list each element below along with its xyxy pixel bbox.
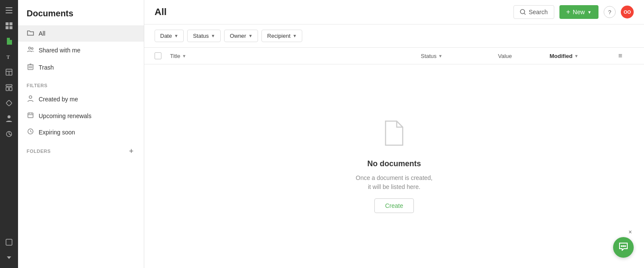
svg-point-21 — [31, 48, 33, 49]
date-chevron-icon: ▼ — [174, 34, 178, 38]
clock-icon — [27, 128, 34, 136]
svg-point-27 — [29, 96, 32, 98]
rail-icon-diamond[interactable] — [2, 96, 16, 110]
folders-label: FOLDERS — [27, 149, 51, 154]
folders-section: FOLDERS + — [18, 140, 144, 158]
rail-icon-person[interactable] — [2, 112, 16, 125]
col-modified-header[interactable]: Modified ▼ — [550, 53, 618, 59]
col-value-header: Value — [498, 53, 550, 59]
created-by-me-icon — [27, 95, 34, 104]
status-filter-button[interactable]: Status ▼ — [187, 30, 221, 42]
svg-line-36 — [524, 13, 526, 15]
svg-point-15 — [8, 116, 11, 119]
search-button[interactable]: Search — [513, 5, 554, 19]
empty-title: No documents — [367, 159, 421, 168]
recipient-filter-button[interactable]: Recipient ▼ — [261, 30, 302, 42]
select-all-checkbox[interactable] — [155, 52, 161, 59]
owner-filter-label: Owner — [230, 33, 246, 39]
trash-icon — [27, 63, 34, 72]
table-header: Title ▼ Status ▼ Value Modified ▼ ≡ — [144, 48, 644, 64]
col-modified-label: Modified — [550, 53, 572, 59]
new-icon: + — [566, 9, 570, 15]
sidebar-item-all-label: All — [39, 30, 46, 37]
top-bar: All Search + New ▼ ? OO — [144, 0, 644, 24]
owner-filter-button[interactable]: Owner ▼ — [224, 30, 258, 42]
chat-bubble-button[interactable] — [613, 237, 634, 258]
status-sort-icon: ▼ — [438, 54, 443, 58]
rail-icon-scroll-down[interactable] — [2, 251, 16, 265]
svg-rect-13 — [9, 87, 12, 91]
new-button[interactable]: + New ▼ — [559, 5, 598, 19]
sidebar-filter-created-by-me[interactable]: Created by me — [18, 91, 144, 108]
new-label: New — [573, 9, 585, 15]
folder-icon — [27, 30, 34, 37]
svg-rect-4 — [9, 22, 12, 25]
rail-icon-chart[interactable] — [2, 127, 16, 141]
col-layout-header[interactable]: ≡ — [618, 52, 634, 60]
col-title-label: Title — [170, 53, 180, 59]
modified-sort-icon: ▼ — [574, 54, 578, 58]
status-chevron-icon: ▼ — [211, 34, 215, 38]
sidebar-filter-expiring-soon-label: Expiring soon — [39, 129, 75, 136]
filter-bar: Date ▼ Status ▼ Owner ▼ Recipient ▼ — [144, 24, 644, 48]
rail-icon-menu[interactable] — [2, 3, 16, 17]
svg-rect-28 — [28, 113, 33, 118]
sidebar-filter-created-by-me-label: Created by me — [39, 96, 78, 103]
col-value-label: Value — [498, 53, 512, 59]
svg-rect-0 — [6, 7, 12, 8]
recipient-chevron-icon: ▼ — [293, 34, 297, 38]
status-filter-label: Status — [193, 33, 209, 39]
add-folder-button[interactable]: + — [127, 147, 135, 155]
date-filter-label: Date — [160, 33, 172, 39]
search-label: Search — [529, 9, 547, 15]
empty-doc-icon — [382, 119, 406, 152]
icon-rail: T — [0, 0, 18, 268]
svg-rect-5 — [6, 26, 9, 29]
avatar-label: OO — [623, 9, 631, 15]
svg-line-34 — [30, 131, 32, 132]
layout-icon: ≡ — [618, 52, 622, 59]
chat-widget: × — [613, 228, 634, 258]
shared-icon — [27, 46, 34, 55]
filters-label: FILTERS — [18, 76, 144, 91]
rail-icon-table[interactable] — [2, 65, 16, 79]
sidebar-filter-upcoming-renewals[interactable]: Upcoming renewals — [18, 108, 144, 124]
sidebar-item-all[interactable]: All — [18, 25, 144, 42]
rail-icon-document[interactable] — [2, 34, 16, 48]
page-title: All — [155, 6, 167, 18]
empty-subtitle-line2: it will be listed here. — [368, 183, 420, 190]
create-button[interactable]: Create — [374, 198, 414, 213]
rail-icon-text[interactable]: T — [2, 50, 16, 64]
rail-icon-layout[interactable] — [2, 81, 16, 94]
date-filter-button[interactable]: Date ▼ — [155, 30, 184, 42]
svg-rect-19 — [6, 239, 12, 245]
sidebar-item-trash[interactable]: Trash — [18, 59, 144, 76]
svg-point-37 — [621, 246, 622, 247]
select-all-checkbox-col — [155, 52, 170, 59]
empty-subtitle-line1: Once a document is created, — [356, 174, 433, 181]
avatar[interactable]: OO — [621, 6, 634, 18]
top-bar-actions: Search + New ▼ ? OO — [513, 5, 634, 19]
rail-icon-bottom[interactable] — [2, 235, 16, 249]
recipient-filter-label: Recipient — [267, 33, 290, 39]
sidebar: Documents All Shared with me Trash FILTE… — [18, 0, 144, 268]
help-button[interactable]: ? — [604, 6, 616, 18]
empty-subtitle: Once a document is created, it will be l… — [356, 174, 433, 192]
col-status-header[interactable]: Status ▼ — [421, 53, 498, 59]
svg-point-20 — [29, 47, 31, 49]
chat-icon — [619, 242, 628, 253]
new-chevron-icon: ▼ — [587, 10, 592, 15]
svg-rect-11 — [6, 85, 12, 86]
help-label: ? — [608, 9, 611, 15]
col-status-label: Status — [421, 53, 437, 59]
svg-marker-14 — [6, 100, 12, 106]
chat-close-button[interactable]: × — [629, 228, 632, 235]
svg-point-35 — [520, 9, 525, 14]
rail-icon-grid[interactable] — [2, 19, 16, 33]
sidebar-item-shared[interactable]: Shared with me — [18, 42, 144, 59]
sidebar-filter-expiring-soon[interactable]: Expiring soon — [18, 124, 144, 140]
col-title-header[interactable]: Title ▼ — [170, 53, 421, 59]
svg-line-18 — [9, 134, 11, 135]
calendar-icon — [27, 112, 34, 120]
svg-rect-12 — [6, 87, 9, 91]
